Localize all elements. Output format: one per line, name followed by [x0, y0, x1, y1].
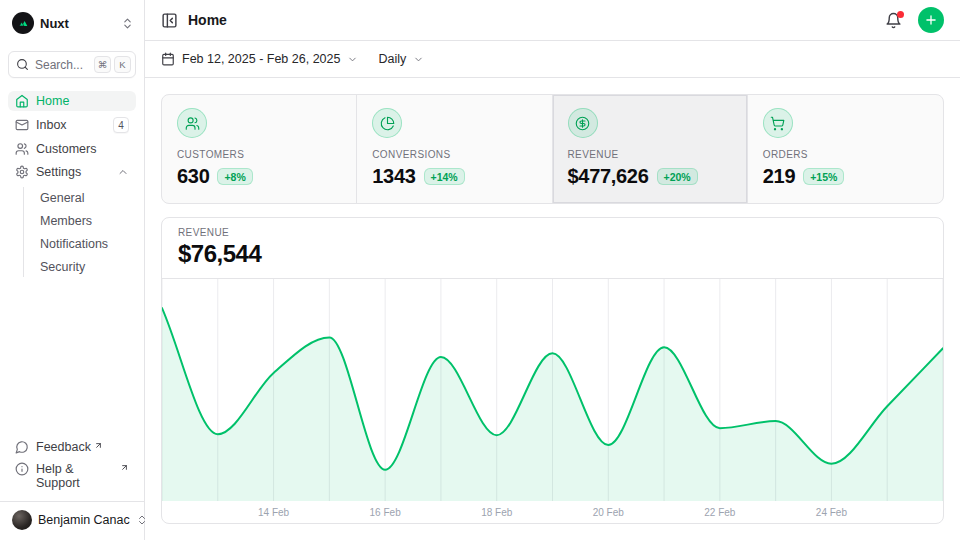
stat-value: $477,626: [568, 165, 649, 188]
inbox-icon: [15, 118, 29, 132]
chevron-down-icon: [347, 54, 358, 65]
chevrons-up-down-icon: [121, 17, 134, 30]
workspace-selector[interactable]: Nuxt: [8, 8, 136, 38]
chart-pie-icon: [372, 108, 402, 138]
main-area: Home Feb 12, 2025 - Feb 26, 2025 Daily: [145, 0, 960, 540]
shopping-cart-icon: [763, 108, 793, 138]
sidebar: Nuxt Search... ⌘ K Home: [0, 0, 145, 540]
svg-text:18 Feb: 18 Feb: [481, 507, 513, 518]
chevron-down-icon: [413, 54, 424, 65]
date-range-picker[interactable]: Feb 12, 2025 - Feb 26, 2025: [161, 52, 358, 66]
page-title: Home: [188, 12, 875, 28]
gear-icon: [15, 165, 29, 179]
sidebar-item-general[interactable]: General: [24, 187, 136, 208]
help-support-link[interactable]: Help & Support: [8, 459, 136, 493]
search-input[interactable]: Search... ⌘ K: [8, 51, 136, 78]
kbd-k: K: [114, 56, 131, 73]
sidebar-nav: Home Inbox 4 Customers Settings: [8, 91, 136, 277]
users-icon: [177, 108, 207, 138]
stat-card-orders[interactable]: ORDERS 219 +15%: [748, 95, 943, 203]
delta-badge: +15%: [803, 168, 844, 185]
stats-row: CUSTOMERS 630 +8% CONVERSIONS 1343 +14%: [161, 94, 944, 204]
chart-metric-value: $76,544: [178, 240, 927, 268]
svg-text:20 Feb: 20 Feb: [593, 507, 625, 518]
sidebar-item-notifications[interactable]: Notifications: [24, 233, 136, 254]
chart-plot-area[interactable]: 14 Feb16 Feb18 Feb20 Feb22 Feb24 Feb: [162, 279, 943, 523]
user-menu[interactable]: Benjamin Canac: [8, 502, 136, 532]
revenue-area-chart[interactable]: 14 Feb16 Feb18 Feb20 Feb22 Feb24 Feb: [162, 279, 943, 523]
external-link-icon: [120, 461, 129, 475]
stat-label: CONVERSIONS: [372, 149, 450, 160]
sidebar-footer: Feedback Help & Support: [8, 437, 136, 493]
svg-text:16 Feb: 16 Feb: [370, 507, 402, 518]
calendar-icon: [161, 52, 175, 66]
avatar: [12, 510, 32, 530]
sidebar-item-customers[interactable]: Customers: [8, 139, 136, 159]
period-select[interactable]: Daily: [378, 52, 424, 66]
delta-badge: +20%: [657, 168, 698, 185]
search-shortcut: ⌘ K: [94, 56, 131, 73]
inbox-count-badge: 4: [113, 117, 129, 133]
search-placeholder: Search...: [35, 58, 88, 72]
notifications-bell-icon[interactable]: [885, 12, 902, 29]
page-header: Home: [145, 0, 960, 41]
sidebar-item-inbox[interactable]: Inbox 4: [8, 114, 136, 136]
chart-header: REVENUE $76,544: [162, 218, 943, 279]
search-icon: [16, 58, 29, 71]
stat-card-revenue[interactable]: REVENUE $477,626 +20%: [553, 95, 748, 203]
settings-sub-list: General Members Notifications Security: [23, 187, 136, 277]
workspace-name: Nuxt: [40, 16, 115, 31]
stat-label: REVENUE: [568, 149, 619, 160]
user-name: Benjamin Canac: [38, 513, 130, 527]
sidebar-item-home[interactable]: Home: [8, 91, 136, 111]
notification-dot: [897, 11, 904, 18]
svg-text:24 Feb: 24 Feb: [816, 507, 848, 518]
delta-badge: +8%: [217, 168, 252, 185]
date-range-label: Feb 12, 2025 - Feb 26, 2025: [182, 52, 340, 66]
users-icon: [15, 142, 29, 156]
dashboard-content: CUSTOMERS 630 +8% CONVERSIONS 1343 +14%: [145, 78, 960, 540]
sidebar-item-settings[interactable]: Settings: [8, 162, 136, 182]
sidebar-item-members[interactable]: Members: [24, 210, 136, 231]
svg-text:22 Feb: 22 Feb: [704, 507, 736, 518]
nuxt-logo-icon: [12, 12, 34, 34]
stat-label: CUSTOMERS: [177, 149, 244, 160]
stat-label: ORDERS: [763, 149, 808, 160]
revenue-chart-card: REVENUE $76,544 14 Feb16 Feb18 Feb20 Feb…: [161, 217, 944, 524]
svg-text:14 Feb: 14 Feb: [258, 507, 290, 518]
message-bubble-icon: [15, 440, 29, 454]
circle-dollar-icon: [568, 108, 598, 138]
stat-card-customers[interactable]: CUSTOMERS 630 +8%: [162, 95, 357, 203]
delta-badge: +14%: [424, 168, 465, 185]
feedback-link[interactable]: Feedback: [8, 437, 136, 457]
app-window: Nuxt Search... ⌘ K Home: [0, 0, 960, 540]
sidebar-item-security[interactable]: Security: [24, 256, 136, 277]
home-icon: [15, 94, 29, 108]
collapse-sidebar-icon[interactable]: [161, 12, 178, 29]
period-label: Daily: [378, 52, 406, 66]
stat-value: 630: [177, 165, 209, 188]
stat-value: 1343: [372, 165, 415, 188]
info-circle-icon: [15, 462, 29, 476]
chart-metric-label: REVENUE: [178, 227, 927, 238]
stat-card-conversions[interactable]: CONVERSIONS 1343 +14%: [357, 95, 552, 203]
filters-toolbar: Feb 12, 2025 - Feb 26, 2025 Daily: [145, 41, 960, 78]
chevron-up-icon: [117, 166, 129, 178]
external-link-icon: [94, 439, 103, 453]
add-button[interactable]: [918, 7, 944, 33]
kbd-cmd: ⌘: [94, 56, 111, 73]
stat-value: 219: [763, 165, 795, 188]
